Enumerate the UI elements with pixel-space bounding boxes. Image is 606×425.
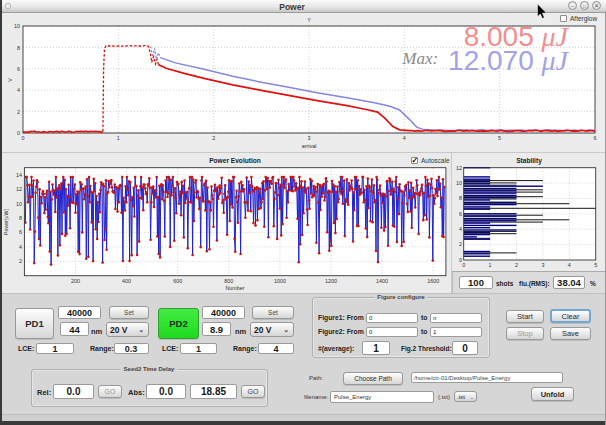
svg-text:800: 800 xyxy=(224,278,233,284)
svg-text:8: 8 xyxy=(459,195,462,201)
svg-text:5: 5 xyxy=(498,135,501,141)
svg-text:2: 2 xyxy=(19,258,22,264)
svg-text:10: 10 xyxy=(456,180,462,186)
svg-text:6: 6 xyxy=(459,211,462,217)
svg-text:0: 0 xyxy=(462,262,465,268)
svg-text:0: 0 xyxy=(17,130,20,136)
svg-text:2: 2 xyxy=(17,109,20,115)
svg-text:Power[uW]: Power[uW] xyxy=(3,208,9,235)
svg-text:400: 400 xyxy=(122,278,131,284)
svg-text:8: 8 xyxy=(19,215,22,221)
svg-text:2: 2 xyxy=(212,135,215,141)
svg-text:1600: 1600 xyxy=(427,278,439,284)
svg-text:arrival: arrival xyxy=(302,143,317,149)
svg-text:600: 600 xyxy=(173,278,182,284)
svg-text:V: V xyxy=(7,78,13,82)
svg-text:2: 2 xyxy=(515,262,518,268)
svg-text:1: 1 xyxy=(489,262,492,268)
svg-text:4: 4 xyxy=(568,262,571,268)
svg-text:12: 12 xyxy=(16,186,22,192)
svg-text:12: 12 xyxy=(456,165,462,171)
svg-text:200: 200 xyxy=(71,278,80,284)
svg-text:1000: 1000 xyxy=(274,278,286,284)
svg-text:3: 3 xyxy=(308,135,311,141)
svg-text:4: 4 xyxy=(459,226,462,232)
svg-text:Power Evolution: Power Evolution xyxy=(209,157,261,164)
svg-text:Stability: Stability xyxy=(516,157,542,165)
svg-text:4: 4 xyxy=(17,87,20,93)
svg-text:1400: 1400 xyxy=(376,278,388,284)
svg-text:0: 0 xyxy=(22,135,25,141)
svg-text:4: 4 xyxy=(19,244,22,250)
svg-text:5: 5 xyxy=(594,262,597,268)
svg-text:2: 2 xyxy=(459,241,462,247)
svg-text:14: 14 xyxy=(16,172,22,178)
svg-text:6: 6 xyxy=(594,135,597,141)
svg-text:3: 3 xyxy=(541,262,544,268)
svg-text:6: 6 xyxy=(19,229,22,235)
svg-text:1: 1 xyxy=(117,135,120,141)
svg-text:10: 10 xyxy=(16,201,22,207)
svg-text:Number: Number xyxy=(225,285,244,291)
svg-text:0: 0 xyxy=(459,257,462,263)
svg-text:1200: 1200 xyxy=(325,278,337,284)
svg-text:4: 4 xyxy=(403,135,406,141)
